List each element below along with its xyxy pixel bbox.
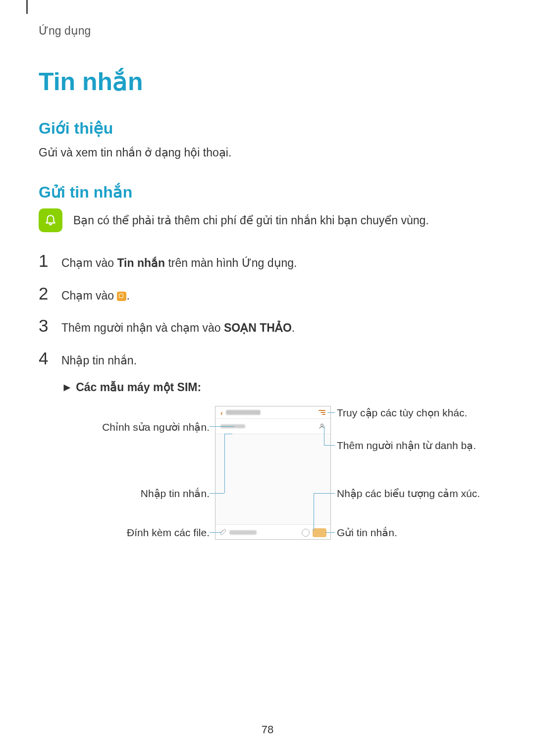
callout-edit-recipient: Chỉnh sửa người nhận.: [102, 421, 210, 433]
note-row: Bạn có thể phải trả thêm chi phí để gửi …: [39, 208, 496, 232]
step-post: .: [292, 321, 295, 334]
phone-diagram: ‹: [39, 406, 496, 554]
step-text: Chạm vào .: [61, 287, 496, 304]
step-1: 1 Chạm vào Tin nhắn trên màn hình Ứng dụ…: [39, 251, 496, 272]
leader-line: [324, 426, 324, 445]
callout-enter-emoji: Nhập các biểu tượng cảm xúc.: [337, 488, 480, 500]
step-number: 1: [39, 251, 53, 271]
note-text: Bạn có thể phải trả thêm chi phí để gửi …: [73, 214, 496, 227]
leader-line: [327, 412, 335, 413]
step-bold: SOẠN THẢO: [224, 321, 292, 334]
step-post: trên màn hình Ứng dụng.: [165, 256, 297, 269]
phone-title-placeholder: [226, 410, 261, 415]
compose-icon: [117, 292, 126, 301]
back-icon: ‹: [220, 408, 223, 417]
phone-header: ‹: [215, 406, 330, 418]
breadcrumb: Ứng dụng: [39, 24, 496, 38]
callout-add-contact: Thêm người nhận từ danh bạ.: [337, 440, 476, 452]
callout-send: Gửi tin nhắn.: [337, 527, 397, 539]
bell-icon: [39, 208, 62, 232]
callout-enter-msg: Nhập tin nhắn.: [141, 488, 210, 500]
section-heading-send: Gửi tin nhắn: [39, 183, 496, 202]
page-title: Tin nhắn: [39, 67, 496, 96]
leader-line: [224, 434, 225, 493]
leader-line: [325, 532, 335, 533]
svg-point-0: [321, 424, 323, 427]
step-text: Thêm người nhận và chạm vào SOẠN THẢO.: [61, 319, 496, 337]
callout-attach: Đính kèm các file.: [127, 527, 210, 539]
leader-line: [224, 434, 232, 434]
leader-line: [210, 493, 224, 494]
leader-line: [314, 493, 314, 531]
step-bold: Tin nhắn: [117, 256, 165, 269]
step-pre: Nhập tin nhắn.: [61, 354, 137, 367]
input-placeholder: [229, 530, 257, 535]
step-4: 4 Nhập tin nhắn.: [39, 349, 496, 369]
step-3: 3 Thêm người nhận và chạm vào SOẠN THẢO.: [39, 316, 496, 337]
callout-more-options: Truy cập các tùy chọn khác.: [337, 407, 467, 419]
step-number: 4: [39, 349, 53, 368]
step-text: Nhập tin nhắn.: [61, 352, 496, 369]
step-post: .: [126, 289, 129, 302]
intro-body: Gửi và xem tin nhắn ở dạng hội thoại.: [39, 145, 496, 161]
section-heading-intro: Giới thiệu: [39, 119, 496, 138]
step-pre: Chạm vào: [61, 256, 117, 269]
step-number: 3: [39, 316, 53, 336]
leader-line: [210, 532, 222, 533]
step-pre: Chạm vào: [61, 289, 117, 302]
step-text: Chạm vào Tin nhắn trên màn hình Ứng dụng…: [61, 254, 496, 272]
leader-line: [314, 493, 335, 494]
top-page-mark: [26, 0, 28, 14]
leader-line: [324, 445, 335, 446]
step-2: 2 Chạm vào .: [39, 284, 496, 304]
steps-list: 1 Chạm vào Tin nhắn trên màn hình Ứng dụ…: [39, 251, 496, 369]
step-number: 2: [39, 284, 53, 303]
menu-icon: [319, 410, 325, 415]
page-number: 78: [0, 723, 535, 736]
leader-line: [210, 426, 234, 427]
sub-bullet-single-sim: ► Các mẫu máy một SIM:: [61, 381, 496, 394]
send-button-mock: [313, 528, 326, 537]
emoji-icon: [302, 529, 310, 537]
step-pre: Thêm người nhận và chạm vào: [61, 321, 224, 334]
